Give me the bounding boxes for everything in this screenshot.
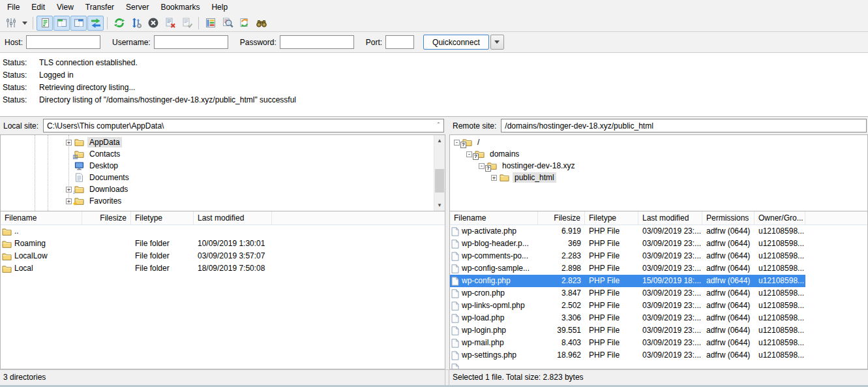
file-type: File folder	[131, 262, 194, 275]
process-queue-button[interactable]	[128, 16, 144, 31]
scroll-down-arrow[interactable]: ▼	[434, 200, 445, 211]
tree-item-favorites[interactable]: ★ Favorites	[1, 195, 445, 207]
file-row[interactable]: wp-links-opml.php 2.502 PHP File 03/09/2…	[450, 300, 867, 312]
vertical-scrollbar[interactable]: ▲ ▼	[434, 135, 445, 211]
file-row[interactable]: Roaming File folder 10/09/2019 1:30:01	[1, 238, 445, 250]
file-type: PHP File	[585, 300, 638, 312]
scroll-up-arrow[interactable]: ▲	[434, 135, 445, 146]
password-input[interactable]	[280, 35, 354, 49]
tree-item-root[interactable]: ? /	[450, 136, 867, 148]
file-icon	[451, 227, 459, 236]
remote-directory-tree[interactable]: ? / ? domains ? hostinger-dev-18.xyz pub…	[449, 134, 868, 211]
directory-comparison-button[interactable]	[219, 16, 235, 31]
menu-edit[interactable]: Edit	[25, 1, 51, 14]
file-owner: u12108598...	[755, 250, 805, 262]
toolbar-separator	[33, 17, 33, 29]
username-input[interactable]	[154, 35, 228, 49]
file-row[interactable]: wp-activate.php 6.919 PHP File 03/09/201…	[450, 225, 867, 238]
collapse-minus-icon[interactable]	[479, 163, 485, 169]
dropdown-arrow-icon	[22, 22, 27, 25]
port-input[interactable]	[385, 35, 414, 49]
tree-item-hostinger-dev-18[interactable]: ? hostinger-dev-18.xyz	[450, 160, 867, 172]
column-header-last-modified[interactable]: Last modified	[638, 211, 702, 224]
site-manager-dropdown-button[interactable]	[20, 16, 29, 31]
collapse-minus-icon[interactable]	[466, 151, 472, 157]
file-row[interactable]: wp-config-sample... 2.898 PHP File 03/09…	[450, 262, 867, 275]
file-row[interactable]: wp-load.php 3.306 PHP File 03/09/2019 23…	[450, 312, 867, 324]
file-row-partial[interactable]	[450, 362, 867, 369]
filter-button[interactable]	[202, 16, 218, 31]
tree-item-contacts[interactable]: ▤ Contacts	[1, 148, 445, 160]
quickconnect-button[interactable]: Quickconnect	[423, 35, 489, 50]
scrollbar-thumb[interactable]	[435, 169, 444, 193]
column-header-filename[interactable]: Filename	[1, 211, 82, 224]
column-header-filetype[interactable]: Filetype	[131, 211, 194, 224]
menu-transfer[interactable]: Transfer	[80, 1, 120, 14]
file-row[interactable]: LocalLow File folder 03/09/2019 3:57:07	[1, 250, 445, 262]
toggle-transfer-queue-button[interactable]	[87, 16, 104, 31]
file-row[interactable]: wp-mail.php 8.403 PHP File 03/09/2019 23…	[450, 337, 867, 349]
find-files-button[interactable]	[253, 16, 269, 31]
tree-item-downloads[interactable]: ↓ Downloads	[1, 183, 445, 195]
toggle-local-tree-button[interactable]	[53, 16, 70, 31]
file-size: 369	[538, 238, 585, 250]
tree-item-appdata[interactable]: AppData	[1, 136, 445, 148]
filter-icon	[205, 17, 217, 29]
unknown-folder-icon: ?	[487, 161, 498, 170]
column-header-filetype[interactable]: Filetype	[585, 211, 638, 224]
host-input[interactable]	[26, 35, 100, 49]
expand-plus-icon[interactable]	[491, 175, 497, 181]
file-row[interactable]: wp-cron.php 3.847 PHP File 03/09/2019 23…	[450, 287, 867, 300]
column-header-last-modified[interactable]: Last modified	[194, 211, 272, 224]
file-row[interactable]: ..	[1, 225, 445, 238]
column-header-permissions[interactable]: Permissions	[702, 211, 755, 224]
menu-file[interactable]: File	[1, 1, 25, 14]
site-manager-button[interactable]	[3, 16, 19, 31]
local-directory-tree[interactable]: AppData ▤ Contacts Desktop Documents ↓ D…	[0, 134, 445, 211]
expand-plus-icon[interactable]	[66, 198, 72, 204]
local-site-combobox[interactable]: C:\Users\This computer\AppData\ ˆ	[43, 119, 444, 132]
file-permissions: adfrw (0644)	[702, 300, 755, 312]
local-list-header: Filename Filesize Filetype Last modified	[1, 211, 445, 225]
toggle-message-log-button[interactable]	[37, 16, 53, 31]
file-row[interactable]: Local File folder 18/09/2019 7:50:08	[1, 262, 445, 275]
remote-site-combobox[interactable]: /domains/hostinger-dev-18.xyz/public_htm…	[501, 119, 867, 132]
expand-plus-icon[interactable]	[66, 140, 72, 146]
tree-item-domains[interactable]: ? domains	[450, 148, 867, 160]
column-header-owner-group[interactable]: Owner/Gro...	[755, 211, 805, 224]
toggle-remote-tree-button[interactable]	[70, 16, 87, 31]
synchronized-browsing-icon	[239, 17, 250, 29]
file-name: wp-login.php	[462, 324, 506, 337]
menu-bookmarks[interactable]: Bookmarks	[155, 1, 205, 14]
menu-server[interactable]: Server	[120, 1, 155, 14]
tree-item-label: Documents	[87, 172, 131, 183]
file-row[interactable]: wp-settings.php 18.962 PHP File 03/09/20…	[450, 349, 867, 362]
column-header-filename[interactable]: Filename	[450, 211, 538, 224]
chevron-down-icon[interactable]: ˆ	[434, 123, 443, 129]
reconnect-button[interactable]	[179, 16, 195, 31]
expand-plus-icon[interactable]	[66, 187, 72, 193]
file-row[interactable]: wp-blog-header.p... 369 PHP File 03/09/2…	[450, 238, 867, 250]
log-entry-message: Retrieving directory listing...	[39, 82, 135, 94]
cancel-button[interactable]	[145, 16, 161, 31]
collapse-minus-icon[interactable]	[454, 140, 460, 146]
tree-item-public-html[interactable]: public_html	[450, 172, 867, 183]
refresh-button[interactable]	[111, 16, 127, 31]
folder-icon	[2, 252, 12, 261]
column-header-filesize[interactable]: Filesize	[82, 211, 131, 224]
file-row[interactable]: wp-login.php 39.551 PHP File 03/09/2019 …	[450, 324, 867, 337]
tree-item-label: AppData	[87, 137, 122, 147]
file-row[interactable]: wp-comments-po... 2.283 PHP File 03/09/2…	[450, 250, 867, 262]
file-name: wp-links-opml.php	[462, 300, 525, 312]
tree-item-desktop[interactable]: Desktop	[1, 160, 445, 172]
menu-view[interactable]: View	[51, 1, 80, 14]
menu-help[interactable]: Help	[205, 1, 233, 14]
tree-item-documents[interactable]: Documents	[1, 172, 445, 183]
file-modified: 03/09/2019 23:...	[638, 238, 702, 250]
synchronized-browsing-button[interactable]	[236, 16, 252, 31]
quickconnect-dropdown-button[interactable]	[490, 35, 504, 50]
remote-site-path: /domains/hostinger-dev-18.xyz/public_htm…	[505, 121, 653, 131]
file-row-selected[interactable]: wp-config.php 2.823 PHP File 15/09/2019 …	[450, 275, 805, 287]
disconnect-button[interactable]	[162, 16, 178, 31]
column-header-filesize[interactable]: Filesize	[538, 211, 585, 224]
